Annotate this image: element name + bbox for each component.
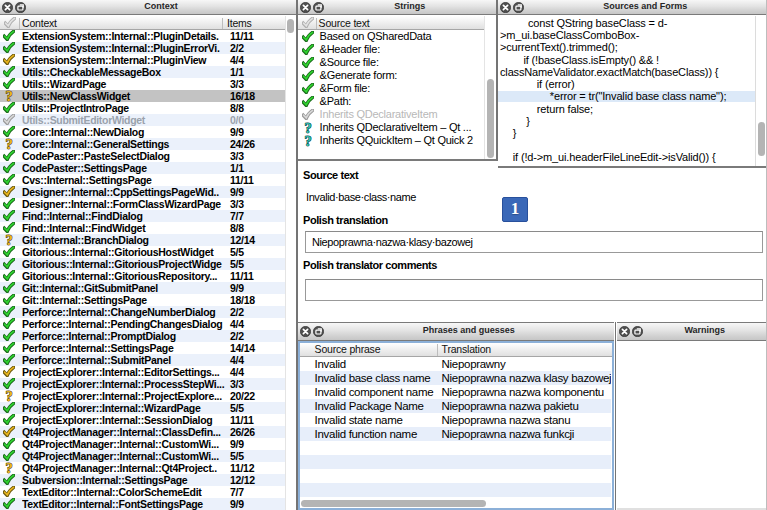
svg-text:?: ?: [6, 234, 13, 246]
svg-text:?: ?: [304, 122, 311, 134]
svg-text:?: ?: [6, 138, 13, 150]
svg-text:?: ?: [6, 462, 13, 474]
svg-text:?: ?: [304, 135, 311, 147]
svg-text:?: ?: [6, 390, 13, 402]
svg-text:?: ?: [6, 90, 13, 102]
